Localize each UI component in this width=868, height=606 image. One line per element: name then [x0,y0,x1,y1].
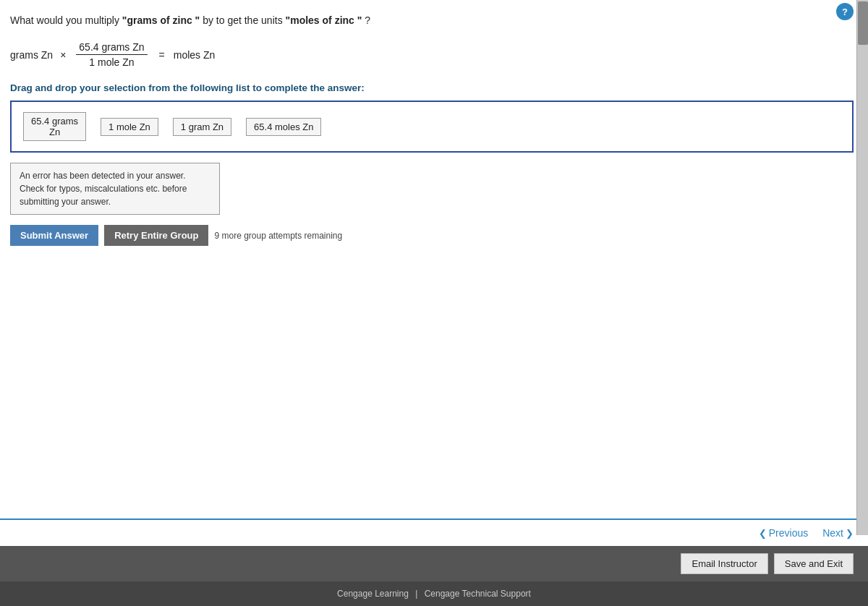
footer-action-bar: Email Instructor Save and Exit [0,546,868,581]
next-button[interactable]: Next [822,527,854,539]
main-content: What would you multiply "grams of zinc "… [0,0,868,518]
navigation-bar: Previous Next [0,518,868,546]
fraction-denominator: 1 mole Zn [86,55,137,68]
conversion-result: moles Zn [174,49,216,61]
drag-item-3[interactable]: 1 gram Zn [173,118,231,136]
button-row: Submit Answer Retry Entire Group 9 more … [10,225,854,246]
help-icon[interactable]: ? [836,3,854,20]
submit-answer-button[interactable]: Submit Answer [10,225,98,246]
technical-support-link[interactable]: Cengage Technical Support [425,589,531,599]
cengage-learning-link[interactable]: Cengage Learning [337,589,409,599]
multiply-symbol: × [60,49,66,61]
question-prefix: What would you multiply [10,14,122,26]
question-suffix: ? [365,14,370,26]
attempts-remaining: 9 more group attempts remaining [214,231,342,241]
drag-instruction: Drag and drop your selection from the fo… [10,82,854,93]
page-footer: Cengage Learning | Cengage Technical Sup… [0,581,868,606]
fraction-box: 65.4 grams Zn 1 mole Zn [76,41,147,68]
question-text: What would you multiply "grams of zinc "… [10,13,854,28]
drag-item-4[interactable]: 65.4 moles Zn [246,118,321,136]
conversion-area: grams Zn × 65.4 grams Zn 1 mole Zn = mol… [10,41,854,68]
drag-item-1-line2: Zn [49,127,60,137]
question-middle: by to get the units [203,14,285,26]
drag-drop-area[interactable]: 65.4 grams Zn 1 mole Zn 1 gram Zn 65.4 m… [10,101,854,153]
conversion-prefix: grams Zn [10,49,53,61]
error-message: An error has been detected in your answe… [20,171,187,207]
drag-item-2[interactable]: 1 mole Zn [101,118,158,136]
drag-item-1-line1: 65.4 grams [31,116,78,127]
email-instructor-button[interactable]: Email Instructor [681,553,767,574]
drag-item-1[interactable]: 65.4 grams Zn [23,112,86,141]
footer-separator: | [415,589,417,599]
retry-entire-group-button[interactable]: Retry Entire Group [104,225,208,246]
question-term1: "grams of zinc " [122,14,200,26]
fraction-numerator: 65.4 grams Zn [76,41,147,55]
previous-button[interactable]: Previous [759,527,808,539]
error-box: An error has been detected in your answe… [10,163,220,215]
question-term2: "moles of zinc " [286,14,362,26]
equals-sign: = [159,49,165,61]
save-and-exit-button[interactable]: Save and Exit [774,553,854,574]
